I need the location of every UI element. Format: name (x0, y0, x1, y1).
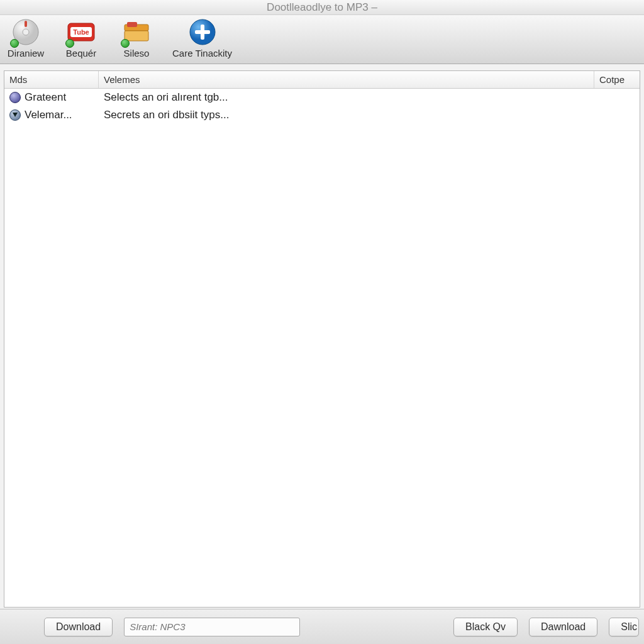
download-left-button[interactable]: Download (44, 618, 113, 636)
toolbar-label: Sileso (124, 48, 150, 58)
toolbar: Diraniew Tube Bequér (0, 15, 644, 64)
toolbar-label: Bequér (66, 48, 96, 58)
black-qv-button[interactable]: Black Qv (453, 618, 518, 636)
globe-icon (9, 92, 21, 103)
bottombar: Download Black Qv Dawnload Slic (0, 609, 644, 644)
row-name: Velemar... (25, 109, 72, 121)
svg-text:Tube: Tube (73, 28, 89, 36)
toolbar-button-bequer[interactable]: Tube Bequér (62, 18, 101, 58)
titlebar: Dootlleaodlye to MP3 – (0, 0, 644, 15)
column-header-cotpe[interactable]: Cotpe (594, 71, 640, 88)
toolbar-button-care-tinackity[interactable]: Care Tinackity (172, 18, 232, 58)
format-input[interactable] (124, 618, 300, 636)
svg-rect-11 (195, 30, 210, 34)
download-arrow-icon (9, 109, 21, 121)
plus-icon (188, 18, 217, 47)
svg-point-1 (23, 29, 29, 35)
row-desc: Secrets an ori dbsiit typs... (99, 109, 594, 121)
disc-icon (11, 18, 40, 47)
svg-rect-8 (127, 22, 137, 27)
column-headers: Mds Velemes Cotpe (4, 71, 640, 89)
table-row[interactable]: Velemar... Secrets an ori dbsiit typs... (4, 106, 640, 124)
slic-button[interactable]: Slic (609, 618, 639, 636)
toolbar-label: Care Tinackity (172, 48, 232, 58)
app-window: Dootlleaodlye to MP3 – Dirani (0, 0, 644, 644)
svg-rect-7 (125, 31, 148, 41)
tube-icon: Tube (67, 18, 96, 47)
row-name: Grateent (25, 91, 66, 104)
column-header-mds[interactable]: Mds (4, 71, 99, 88)
toolbar-button-diraniew[interactable]: Diraniew (6, 18, 45, 58)
svg-rect-2 (25, 21, 27, 27)
toolbar-button-sileso[interactable]: Sileso (117, 18, 156, 58)
list-body: Grateent Selects an ori alırent tgb... V… (4, 89, 640, 607)
row-desc: Selects an ori alırent tgb... (99, 91, 594, 104)
table-row[interactable]: Grateent Selects an ori alırent tgb... (4, 89, 640, 106)
download-right-button[interactable]: Dawnload (529, 618, 597, 636)
toolbar-label: Diraniew (8, 48, 44, 58)
folder-icon (122, 18, 151, 47)
column-header-velemes[interactable]: Velemes (99, 71, 594, 88)
list-panel: Mds Velemes Cotpe Grateent Selects an or… (4, 70, 640, 608)
